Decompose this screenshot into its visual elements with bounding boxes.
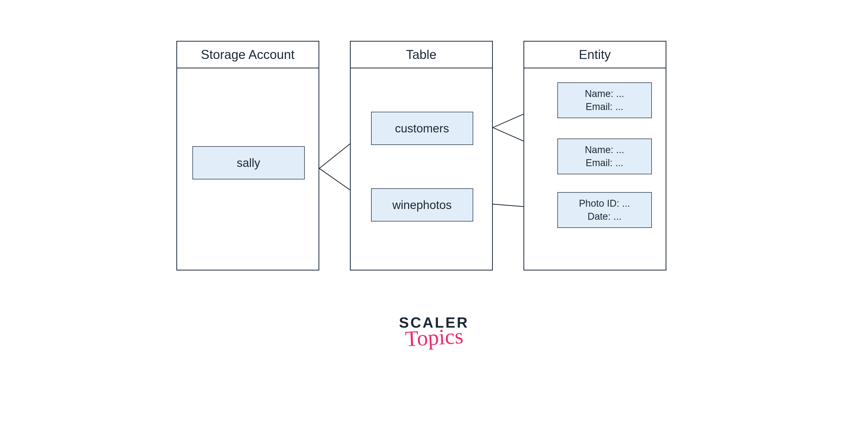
entity-field: Email: ... xyxy=(586,100,623,113)
node-entity-2: Name: ... Email: ... xyxy=(557,138,652,174)
brand-topics-text: Topics xyxy=(404,323,464,352)
entity-field: Name: ... xyxy=(585,87,624,100)
entity-field: Name: ... xyxy=(585,144,624,156)
diagram-canvas: Storage Account sally Table customers wi… xyxy=(176,41,692,283)
column-header-table: Table xyxy=(351,41,492,68)
node-winephotos: winephotos xyxy=(371,188,473,221)
column-header-entity: Entity xyxy=(524,41,665,68)
entity-field: Date: ... xyxy=(588,210,621,223)
node-label: customers xyxy=(395,122,449,135)
node-entity-3: Photo ID: ... Date: ... xyxy=(557,192,652,228)
node-label: sally xyxy=(237,156,260,170)
brand-logo: SCALER Topics xyxy=(383,314,485,360)
node-entity-1: Name: ... Email: ... xyxy=(557,83,652,118)
node-customers: customers xyxy=(371,112,473,145)
entity-field: Photo ID: ... xyxy=(579,197,630,210)
column-header-storage: Storage Account xyxy=(177,41,318,68)
entity-field: Email: ... xyxy=(586,156,623,169)
column-entity: Entity Name: ... Email: ... Name: ... Em… xyxy=(523,41,666,271)
column-storage-account: Storage Account sally xyxy=(176,41,319,271)
column-table: Table customers winephotos xyxy=(350,41,493,271)
node-label: winephotos xyxy=(392,198,452,212)
node-sally: sally xyxy=(192,146,305,180)
